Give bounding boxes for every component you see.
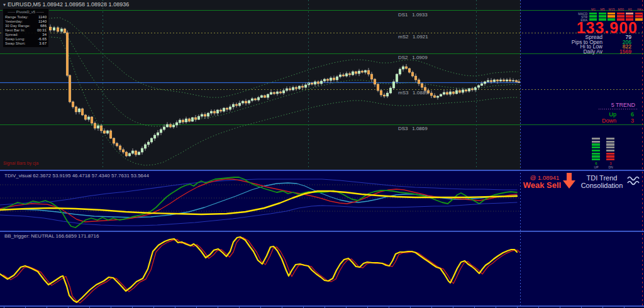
matrix-col-header: M1 xyxy=(589,8,597,11)
candle-up xyxy=(232,104,235,107)
candle-down xyxy=(64,29,66,33)
pivot-box-row: Next Bar In:00:31 xyxy=(5,28,47,33)
pivot-box-row-value: 00:31 xyxy=(37,28,47,33)
matrix-col-header: H4 xyxy=(635,8,643,11)
pivot-box-row: Swap Short:3.67 xyxy=(5,41,47,46)
candle-up xyxy=(229,107,231,109)
matrix-col-header: M30 xyxy=(617,8,625,11)
candle-up xyxy=(210,111,213,113)
candle-up xyxy=(166,124,169,127)
candle-down xyxy=(446,92,448,94)
candle-down xyxy=(204,114,206,116)
tdi-trend-state-line2: Consolidation xyxy=(571,182,633,189)
candle-up xyxy=(449,92,452,94)
bb-indicator-label: BB_trigger: NEUTRAL 166.6859 171.8716 xyxy=(4,233,99,239)
trend-bar-tag: DN xyxy=(606,165,615,169)
candle-down xyxy=(194,118,197,119)
candle-down xyxy=(188,119,191,121)
candle-up xyxy=(455,91,458,94)
pivots-info-box: ------ PivotsD_v5 ------ Range Today:114… xyxy=(3,8,49,48)
candle-down xyxy=(116,143,118,146)
candle-down xyxy=(235,104,238,106)
candle-down xyxy=(496,80,499,81)
trend-bar-segment xyxy=(606,138,614,140)
candle-up xyxy=(87,117,90,119)
candle-up xyxy=(392,82,395,88)
matrix-cell-red xyxy=(635,15,643,18)
matrix-cell-orange xyxy=(608,15,615,18)
candle-down xyxy=(509,80,511,81)
panel-border xyxy=(0,170,644,171)
pivot-box-row-value: 686 xyxy=(40,24,47,28)
candle-down xyxy=(502,80,505,81)
price-scale-edge-line xyxy=(642,0,643,308)
candle-up xyxy=(260,96,263,97)
candle-up xyxy=(512,80,514,81)
candle-down xyxy=(84,115,87,119)
pivot-box-row-value: -6.65 xyxy=(38,37,47,41)
matrix-col-header: H1 xyxy=(626,8,634,11)
candle-down xyxy=(348,74,351,75)
candle-up xyxy=(197,116,200,119)
trend-down-row: Down 3 xyxy=(566,118,634,124)
candle-up xyxy=(468,89,470,91)
candle-down xyxy=(367,70,370,74)
candle-up xyxy=(314,82,316,84)
price-chart[interactable] xyxy=(0,0,521,170)
candle-up xyxy=(402,67,404,69)
candle-down xyxy=(122,150,125,152)
trend-block-title: 5 TREND xyxy=(566,102,635,108)
trend-divider xyxy=(599,109,638,109)
pivots-box-title: ------ PivotsD_v5 ------ xyxy=(5,10,47,14)
candle-down xyxy=(182,120,184,122)
candle-up xyxy=(386,93,389,96)
trend-bar-segment xyxy=(606,146,614,148)
trend-bar-segment xyxy=(592,150,600,151)
window-icon: ▾ xyxy=(3,2,6,8)
candle-up xyxy=(179,120,181,123)
candle-up xyxy=(389,88,392,93)
tdi-indicator-label: TDIV_visual 62.3672 53.9195 46.4718 57.4… xyxy=(4,173,149,179)
candle-up xyxy=(276,92,279,94)
candle-down xyxy=(411,72,414,76)
candle-down xyxy=(383,95,386,96)
tdi-line-band_lower xyxy=(0,202,517,226)
trend-up-value: 6 xyxy=(625,112,634,118)
candle-up xyxy=(153,135,156,138)
candle-down xyxy=(465,90,467,91)
candle-up xyxy=(298,86,301,89)
trend-bar-segment xyxy=(592,143,600,145)
candle-down xyxy=(458,91,461,92)
candle-up xyxy=(207,113,209,116)
matrix-cell-orange xyxy=(608,13,615,15)
matrix-cell-red xyxy=(617,13,625,15)
pivot-box-row-label: Next Bar In: xyxy=(5,28,25,33)
pivot-box-row: Range Today:1140 xyxy=(5,15,47,19)
trend-down-value: 3 xyxy=(625,118,634,124)
candle-down xyxy=(326,79,329,80)
trend-bar-segment xyxy=(592,158,600,160)
bollinger-band xyxy=(43,28,518,126)
trend-up-label: Up xyxy=(566,112,625,118)
candle-down xyxy=(433,96,436,97)
candle-up xyxy=(185,119,187,122)
trend-bar-segment xyxy=(606,155,614,157)
candle-up xyxy=(484,82,486,84)
trend-bar-segment xyxy=(606,158,614,160)
pivot-box-row-label: Swap Short: xyxy=(5,41,26,46)
pivot-box-row: Spread:34 xyxy=(5,33,47,37)
candle-up xyxy=(330,78,332,80)
candle-down xyxy=(226,108,228,109)
candle-down xyxy=(169,124,172,127)
bb-chart[interactable] xyxy=(0,232,644,305)
candle-up xyxy=(339,75,341,77)
bollinger-band xyxy=(43,18,518,97)
matrix-cell-green xyxy=(599,13,606,15)
candle-down xyxy=(289,89,291,90)
candle-down xyxy=(57,28,59,31)
symbol-ohlc: EURUSD,M5 1.08942 1.08958 1.08928 1.0893… xyxy=(8,1,129,8)
indicator-credit-label: Signal Bars by cja xyxy=(3,161,38,165)
candle-up xyxy=(462,90,464,92)
candle-up xyxy=(53,28,55,30)
stat-value: 1569 xyxy=(606,49,638,54)
